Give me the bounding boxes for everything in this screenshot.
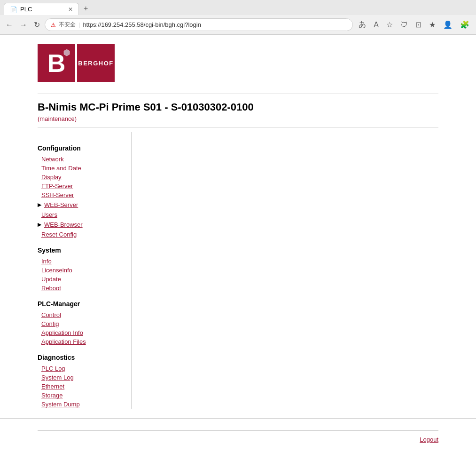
- sidebar-item-ssh-server[interactable]: SSH-Server: [38, 190, 122, 199]
- header-divider: [38, 94, 438, 94]
- tab-page-icon: 📄: [10, 6, 16, 13]
- sidebar-item-web-browser[interactable]: WEB-Browser: [43, 220, 83, 229]
- logo-brand-square: BERGHOF: [77, 44, 115, 82]
- sidebar-item-system-log[interactable]: System Log: [38, 373, 122, 382]
- sidebar-item-application-info[interactable]: Application Info: [38, 328, 122, 337]
- toolbar-icons: あ A ☆ 🛡 ⊡ ★ 👤 🧩: [356, 18, 472, 32]
- system-section-title: System: [38, 246, 122, 254]
- sidebar-item-web-server-wrapper: ▶ WEB-Server: [38, 199, 122, 210]
- sidebar-item-reboot[interactable]: Reboot: [38, 284, 122, 293]
- sidebar-item-ethernet[interactable]: Ethernet: [38, 382, 122, 391]
- main-layout: Configuration Network Time and Date Disp…: [38, 132, 438, 409]
- logout-link[interactable]: Logout: [420, 436, 438, 443]
- read-aloud-button[interactable]: あ: [356, 18, 369, 32]
- bookmark-button[interactable]: ☆: [383, 18, 396, 31]
- svg-marker-0: [64, 49, 70, 56]
- sidebar-item-system-dump[interactable]: System Dump: [38, 400, 122, 409]
- web-browser-arrow-icon: ▶: [38, 222, 41, 228]
- address-bar[interactable]: ⚠ 不安全 | https://169.254.255.58/cgi-bin/b…: [45, 18, 353, 31]
- logo-section: B BERGHOF: [38, 35, 438, 89]
- logo-brand-name: BERGHOF: [78, 60, 114, 67]
- sidebar-item-ftp-server[interactable]: FTP-Server: [38, 182, 122, 190]
- configuration-section-title: Configuration: [38, 144, 122, 152]
- logo-b-square: B: [38, 44, 75, 82]
- translate-button[interactable]: A: [371, 19, 382, 31]
- tab-close-button[interactable]: ✕: [68, 6, 73, 13]
- page-subtitle: (maintenance): [38, 115, 438, 122]
- sidebar-item-update[interactable]: Update: [38, 275, 122, 284]
- tab-title: PLC: [20, 6, 32, 13]
- extensions-button[interactable]: 🧩: [457, 18, 472, 31]
- favorites-button[interactable]: ★: [426, 18, 438, 31]
- sidebar-item-licenseinfo[interactable]: Licenseinfo: [38, 266, 122, 275]
- bottom-bar: Logout: [0, 418, 476, 450]
- sidebar-section-configuration: Configuration Network Time and Date Disp…: [38, 144, 122, 239]
- content-area: [132, 132, 438, 409]
- sidebar-section-diagnostics: Diagnostics PLC Log System Log Ethernet …: [38, 354, 122, 409]
- forward-button[interactable]: →: [18, 19, 29, 31]
- sidebar-item-storage[interactable]: Storage: [38, 391, 122, 400]
- browser-chrome: 📄 PLC ✕ + ← → ↻ ⚠ 不安全 | https://169.254.…: [0, 0, 476, 35]
- logo-hex-dot: [63, 49, 70, 56]
- sidebar-item-web-server[interactable]: WEB-Server: [43, 200, 78, 209]
- security-text: 不安全: [59, 21, 76, 29]
- plc-manager-section-title: PLC-Manager: [38, 300, 122, 308]
- diagnostics-section-title: Diagnostics: [38, 354, 122, 361]
- browser-toolbar: ← → ↻ ⚠ 不安全 | https://169.254.255.58/cgi…: [0, 15, 476, 34]
- sidebar-item-display[interactable]: Display: [38, 173, 122, 182]
- sidebar-item-config[interactable]: Config: [38, 319, 122, 328]
- address-url: https://169.254.255.58/cgi-bin/bgh.cgi?l…: [83, 21, 201, 28]
- address-separator: |: [78, 21, 80, 28]
- profile-button[interactable]: 👤: [440, 18, 455, 31]
- active-tab[interactable]: 📄 PLC ✕: [4, 3, 79, 15]
- split-view-button[interactable]: ⊡: [413, 18, 424, 31]
- sidebar-item-reset-config[interactable]: Reset Config: [38, 230, 122, 239]
- sidebar-item-control[interactable]: Control: [38, 310, 122, 319]
- sidebar-item-web-browser-wrapper: ▶ WEB-Browser: [38, 219, 122, 230]
- page-title: B-Nimis MC-Pi Prime S01 - S-01030302-010…: [38, 101, 438, 113]
- tab-bar: 📄 PLC ✕ +: [0, 0, 476, 15]
- security-warning-icon: ⚠: [51, 22, 56, 28]
- sidebar-item-time-and-date[interactable]: Time and Date: [38, 164, 122, 173]
- logo-area: B BERGHOF: [38, 44, 438, 82]
- sidebar-item-network[interactable]: Network: [38, 155, 122, 164]
- sidebar-item-users[interactable]: Users: [38, 210, 122, 219]
- page-wrapper: B BERGHOF B-Nimis MC-Pi Prime S01 - S-01…: [0, 35, 476, 409]
- title-divider: [38, 127, 438, 127]
- sidebar-item-plc-log[interactable]: PLC Log: [38, 364, 122, 373]
- refresh-button[interactable]: ↻: [32, 18, 42, 31]
- footer-divider: [38, 430, 438, 431]
- sidebar-section-plc-manager: PLC-Manager Control Config Application I…: [38, 300, 122, 346]
- shield-button[interactable]: 🛡: [398, 19, 411, 31]
- new-tab-button[interactable]: +: [79, 2, 93, 15]
- web-server-arrow-icon: ▶: [38, 202, 41, 208]
- back-button[interactable]: ←: [4, 19, 15, 31]
- sidebar: Configuration Network Time and Date Disp…: [38, 132, 132, 409]
- sidebar-item-application-files[interactable]: Application Files: [38, 337, 122, 346]
- sidebar-item-info[interactable]: Info: [38, 257, 122, 266]
- sidebar-section-system: System Info Licenseinfo Update Reboot: [38, 246, 122, 293]
